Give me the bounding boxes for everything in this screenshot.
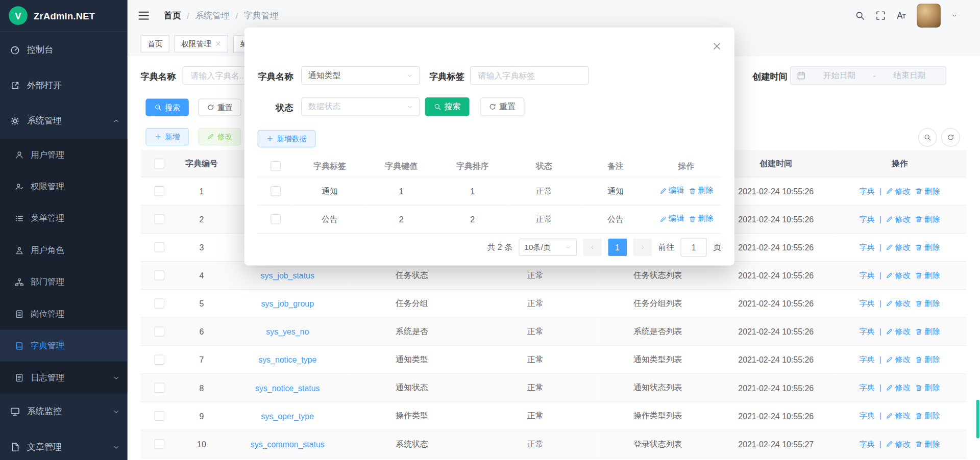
sidebar-item-articles[interactable]: 文章管理 — [0, 429, 128, 460]
add-button[interactable]: 新增 — [145, 128, 188, 145]
dict-data-link[interactable]: 字典 — [860, 411, 875, 421]
dict-type-link[interactable]: sys_yes_no — [266, 327, 309, 336]
avatar[interactable] — [917, 4, 941, 28]
dict-type-link[interactable]: sys_oper_type — [261, 411, 314, 420]
sidebar-item-permissions[interactable]: 权限管理 — [0, 170, 128, 202]
row-edit-link[interactable]: 修改 — [886, 186, 911, 196]
dict-data-link[interactable]: 字典 — [860, 382, 875, 393]
sidebar-item-posts[interactable]: 岗位管理 — [0, 298, 128, 329]
sidebar-item-departments[interactable]: 部门管理 — [0, 266, 128, 298]
dict-data-link[interactable]: 字典 — [860, 439, 875, 449]
tab-permissions[interactable]: 权限管理 — [175, 35, 228, 53]
dict-type-link[interactable]: sys_notice_status — [255, 383, 320, 392]
row-delete-link[interactable]: 删除 — [915, 186, 940, 196]
row-delete-link[interactable]: 删除 — [915, 270, 940, 281]
date-range-picker[interactable]: 开始日期 - 结束日期 — [790, 66, 946, 85]
dict-data-link[interactable]: 字典 — [860, 242, 875, 252]
breadcrumb-home[interactable]: 首页 — [164, 10, 181, 21]
row-checkbox[interactable] — [154, 299, 164, 309]
row-delete-link[interactable]: 删除 — [915, 411, 940, 421]
page-number-button[interactable]: 1 — [608, 239, 627, 256]
font-size-icon[interactable] — [896, 11, 906, 21]
row-checkbox[interactable] — [154, 355, 164, 365]
close-icon[interactable] — [215, 41, 221, 47]
dialog-reset-button[interactable]: 重置 — [480, 97, 524, 116]
row-delete-link[interactable]: 删除 — [915, 439, 940, 449]
close-icon[interactable] — [712, 41, 722, 52]
row-delete-link[interactable]: 删除 — [915, 354, 940, 365]
edit-button[interactable]: 修改 — [198, 128, 241, 145]
dict-type-link[interactable]: sys_job_group — [261, 299, 314, 308]
row-checkbox[interactable] — [154, 242, 164, 252]
dict-type-link[interactable]: sys_common_status — [251, 439, 325, 448]
dict-data-link[interactable]: 字典 — [860, 354, 875, 365]
row-delete-link[interactable]: 删除 — [915, 326, 940, 337]
row-delete-link[interactable]: 删除 — [915, 298, 940, 309]
row-checkbox[interactable] — [154, 439, 164, 449]
row-delete-link[interactable]: 删除 — [689, 186, 714, 196]
dict-data-link[interactable]: 字典 — [860, 270, 875, 281]
row-checkbox[interactable] — [154, 214, 164, 224]
dialog-status-select[interactable]: 数据状态 — [301, 97, 420, 116]
dict-status-cell: 正常 — [474, 402, 597, 430]
prev-page-button[interactable] — [583, 239, 602, 256]
row-checkbox[interactable] — [154, 327, 164, 337]
dict-data-link[interactable]: 字典 — [860, 326, 875, 337]
row-checkbox[interactable] — [154, 186, 164, 196]
page-size-select[interactable]: 10条/页 — [519, 239, 577, 256]
dict-type-link[interactable]: sys_notice_type — [258, 355, 316, 364]
dict-data-link[interactable]: 字典 — [860, 214, 875, 224]
select-all-checkbox[interactable] — [271, 161, 281, 171]
hamburger-icon[interactable] — [137, 9, 150, 21]
row-checkbox[interactable] — [154, 411, 164, 421]
row-delete-link[interactable]: 删除 — [915, 382, 940, 393]
row-edit-link[interactable]: 修改 — [886, 326, 911, 337]
dialog-dict-name-select[interactable]: 通知类型 — [301, 66, 420, 85]
search-button[interactable]: 搜索 — [145, 98, 188, 116]
row-edit-link[interactable]: 修改 — [886, 439, 911, 449]
sidebar-item-system[interactable]: 系统管理 — [0, 103, 128, 139]
sidebar-item-console[interactable]: 控制台 — [0, 32, 128, 67]
row-delete-link[interactable]: 删除 — [689, 214, 714, 224]
sidebar-item-external[interactable]: 外部打开 — [0, 67, 128, 103]
row-edit-link[interactable]: 修改 — [886, 214, 911, 224]
sidebar-item-roles[interactable]: 用户角色 — [0, 234, 128, 266]
row-edit-link[interactable]: 修改 — [886, 298, 911, 309]
fullscreen-icon[interactable] — [876, 11, 886, 21]
tab-home[interactable]: 首页 — [141, 35, 169, 53]
dict-data-link[interactable]: 字典 — [860, 298, 875, 309]
refresh-table-button[interactable] — [941, 128, 960, 147]
row-checkbox[interactable] — [154, 271, 164, 281]
caret-down-icon[interactable] — [951, 12, 958, 18]
row-edit-link[interactable]: 修改 — [886, 382, 911, 393]
dialog-search-button[interactable]: 搜索 — [425, 97, 470, 116]
dict-type-link[interactable]: sys_job_status — [261, 271, 314, 280]
row-edit-link[interactable]: 修改 — [886, 270, 911, 281]
sidebar-item-logs[interactable]: 日志管理 — [0, 362, 128, 393]
dict-data-link[interactable]: 字典 — [860, 186, 875, 196]
row-edit-link[interactable]: 编辑 — [659, 214, 684, 224]
sidebar-item-menus[interactable]: 菜单管理 — [0, 202, 128, 234]
row-checkbox[interactable] — [271, 186, 281, 196]
scrollbar-thumb[interactable] — [976, 400, 979, 439]
row-edit-link[interactable]: 修改 — [886, 411, 911, 421]
row-checkbox[interactable] — [154, 383, 164, 393]
breadcrumb-system[interactable]: 系统管理 — [195, 10, 230, 21]
reset-button[interactable]: 重置 — [198, 98, 241, 116]
dialog-dict-label-input[interactable] — [470, 66, 589, 85]
row-checkbox[interactable] — [271, 214, 281, 224]
row-edit-link[interactable]: 修改 — [886, 242, 911, 252]
add-data-button[interactable]: 新增数据 — [257, 130, 315, 147]
search-icon[interactable] — [855, 11, 865, 21]
row-edit-link[interactable]: 修改 — [886, 354, 911, 365]
row-delete-link[interactable]: 删除 — [915, 242, 940, 252]
show-search-toggle-button[interactable] — [918, 128, 937, 147]
sidebar-item-users[interactable]: 用户管理 — [0, 139, 128, 170]
select-all-checkbox[interactable] — [154, 159, 164, 169]
sidebar-item-monitor[interactable]: 系统监控 — [0, 393, 128, 429]
sidebar-item-dictionary[interactable]: 字典管理 — [0, 330, 128, 362]
goto-page-input[interactable] — [680, 238, 706, 257]
row-delete-link[interactable]: 删除 — [915, 214, 940, 224]
next-page-button[interactable] — [633, 239, 652, 256]
row-edit-link[interactable]: 编辑 — [659, 186, 684, 196]
